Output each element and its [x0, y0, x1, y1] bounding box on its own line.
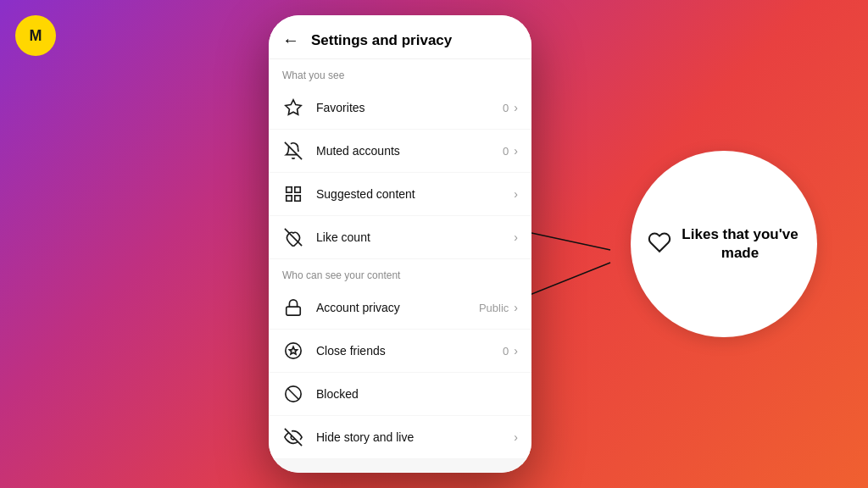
logo-badge: M [15, 15, 56, 56]
close-friends-chevron: › [514, 344, 518, 358]
favorites-label: Favorites [316, 101, 503, 114]
close-friends-right: 0 › [503, 344, 518, 358]
section-label-what-you-see: What you see [269, 59, 531, 86]
muted-chevron: › [514, 144, 518, 158]
blocked-item[interactable]: Blocked [269, 373, 531, 416]
hide-story-chevron: › [514, 430, 518, 444]
favorites-badge: 0 [503, 102, 509, 114]
hide-story-item[interactable]: Hide story and live › [269, 416, 531, 459]
svg-rect-5 [295, 187, 300, 192]
back-button[interactable]: ← [282, 30, 299, 50]
callout-bubble: Likes that you've made [631, 151, 817, 337]
grid-icon [282, 183, 304, 205]
favorites-right: 0 › [503, 101, 518, 114]
blocked-label: Blocked [316, 387, 518, 401]
suggested-content-right: › [514, 187, 518, 201]
phone-mockup: ← Settings and privacy What you see Favo… [269, 15, 531, 473]
section-label-who-can-see: Who can see your content [269, 259, 531, 286]
like-count-label: Like count [316, 230, 514, 244]
close-friends-label: Close friends [316, 344, 503, 358]
like-count-chevron: › [514, 230, 518, 244]
svg-rect-4 [287, 187, 292, 192]
account-privacy-chevron: › [514, 301, 518, 314]
favorites-item[interactable]: Favorites 0 › [269, 86, 531, 130]
block-icon [282, 383, 304, 405]
muted-accounts-item[interactable]: Muted accounts 0 › [269, 130, 531, 173]
svg-rect-7 [287, 196, 292, 201]
callout-heart-icon [648, 230, 671, 258]
logo-text: M [30, 27, 42, 45]
suggested-content-label: Suggested content [316, 187, 514, 201]
muted-badge: 0 [503, 145, 509, 158]
lock-icon [282, 297, 304, 319]
hide-story-right: › [514, 430, 518, 444]
eye-off-icon [282, 426, 304, 448]
suggested-chevron: › [514, 187, 518, 201]
star-icon [282, 97, 304, 119]
muted-accounts-label: Muted accounts [316, 144, 503, 158]
hide-story-label: Hide story and live [316, 430, 514, 444]
like-count-item[interactable]: Like count › [269, 216, 531, 259]
account-privacy-right: Public › [479, 301, 518, 314]
settings-list: What you see Favorites 0 › Muted account… [269, 59, 531, 473]
like-count-right: › [514, 230, 518, 244]
svg-marker-11 [289, 347, 297, 354]
account-privacy-label: Account privacy [316, 301, 479, 314]
heart-off-icon [282, 226, 304, 248]
page-title: Settings and privacy [311, 32, 452, 49]
bell-off-icon [282, 140, 304, 162]
star-circle-icon [282, 340, 304, 362]
close-friends-badge: 0 [503, 345, 509, 358]
close-friends-item[interactable]: Close friends 0 › [269, 330, 531, 373]
svg-marker-2 [286, 100, 301, 114]
callout-text: Likes that you've made [680, 225, 800, 263]
svg-rect-6 [295, 196, 300, 201]
callout-content: Likes that you've made [631, 225, 817, 263]
heart-icon [282, 469, 304, 473]
svg-rect-9 [287, 307, 301, 315]
suggested-content-item[interactable]: Suggested content › [269, 173, 531, 216]
svg-line-13 [288, 389, 299, 400]
settings-header: ← Settings and privacy [269, 15, 531, 59]
account-privacy-item[interactable]: Account privacy Public › [269, 286, 531, 330]
account-privacy-badge: Public [479, 302, 509, 314]
favorites-chevron: › [514, 101, 518, 114]
svg-line-3 [285, 142, 302, 159]
likes-made-item[interactable]: Likes that you've made › [269, 459, 531, 473]
muted-accounts-right: 0 › [503, 144, 518, 158]
